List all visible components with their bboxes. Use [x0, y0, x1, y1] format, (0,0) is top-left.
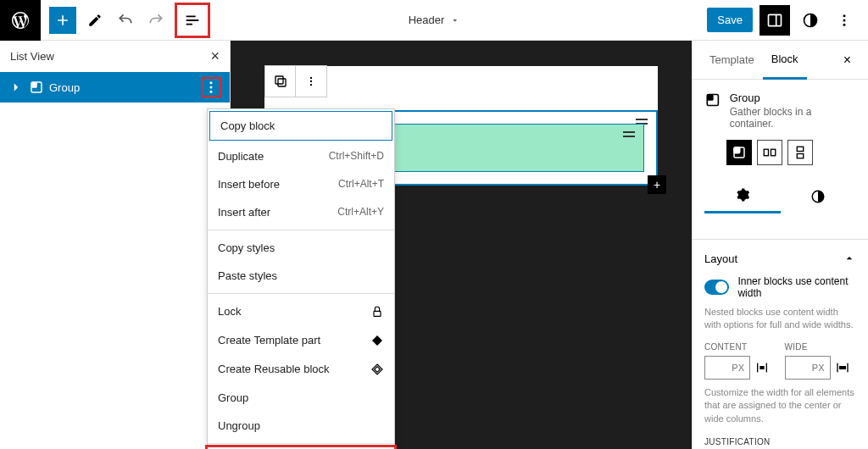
template-selector[interactable]: Header: [409, 14, 460, 26]
justification-label: JUSTIFICATION: [704, 437, 856, 446]
tab-block[interactable]: Block: [763, 41, 807, 80]
block-description: Gather blocks in a container.: [730, 106, 856, 130]
menu-copy-styles[interactable]: Copy styles: [208, 234, 394, 262]
svg-rect-28: [837, 363, 837, 372]
save-button[interactable]: Save: [707, 8, 753, 32]
add-block-button[interactable]: [49, 7, 76, 34]
list-view-button[interactable]: [175, 3, 210, 38]
block-title: Group: [730, 91, 856, 104]
menu-remove-group[interactable]: Remove Group Shift+Alt+Z: [205, 445, 397, 449]
styles-subtab[interactable]: [781, 179, 857, 213]
list-view-panel: List View × Group: [0, 41, 231, 449]
variant-stack[interactable]: [787, 140, 813, 165]
svg-rect-21: [771, 149, 776, 156]
svg-point-8: [210, 81, 213, 84]
more-options-button[interactable]: [831, 7, 858, 34]
svg-rect-19: [734, 147, 740, 153]
inspector-close-button[interactable]: ×: [835, 44, 860, 76]
tab-template[interactable]: Template: [701, 42, 763, 78]
block-context-menu: Copy block Duplicate Ctrl+Shift+D Insert…: [207, 108, 395, 449]
svg-rect-7: [31, 82, 37, 88]
edit-tool-button[interactable]: [81, 7, 108, 34]
svg-rect-17: [707, 94, 713, 100]
list-view-title: List View: [10, 50, 54, 63]
content-align-button[interactable]: [754, 359, 771, 376]
width-help-text: Customize the width for all elements tha…: [704, 386, 856, 425]
svg-rect-12: [278, 79, 286, 86]
svg-rect-11: [275, 76, 283, 84]
svg-rect-0: [769, 14, 782, 25]
reusable-block-icon: [370, 363, 384, 376]
layout-title: Layout: [704, 252, 737, 265]
block-type-button[interactable]: [265, 66, 296, 97]
add-inner-block-button[interactable]: +: [648, 175, 666, 194]
list-view-close-button[interactable]: ×: [210, 47, 220, 65]
styles-button[interactable]: [797, 7, 824, 34]
list-item-label: Group: [49, 81, 80, 94]
svg-point-5: [843, 23, 846, 25]
svg-point-3: [843, 14, 846, 17]
list-item-group[interactable]: Group: [0, 72, 230, 103]
svg-point-9: [210, 86, 213, 89]
chevron-right-icon: [8, 80, 24, 95]
settings-panel-button[interactable]: [760, 5, 790, 36]
chevron-down-icon: [449, 15, 459, 25]
variant-group[interactable]: [726, 140, 752, 165]
toggle-help-text: Nested blocks use content width with opt…: [704, 306, 856, 332]
group-block-icon: [29, 80, 44, 95]
template-title: Header: [409, 14, 445, 26]
content-width-toggle[interactable]: [704, 280, 729, 295]
drag-handle-icon[interactable]: [623, 131, 635, 137]
svg-rect-23: [797, 154, 804, 158]
variant-row[interactable]: [757, 140, 782, 165]
svg-point-10: [210, 91, 213, 93]
menu-insert-before[interactable]: Insert before Ctrl+Alt+T: [208, 170, 394, 198]
settings-subtab[interactable]: [704, 179, 781, 213]
menu-lock[interactable]: Lock: [208, 297, 394, 326]
toggle-label: Inner blocks use content width: [737, 275, 856, 299]
block-more-button[interactable]: [296, 66, 326, 97]
chevron-up-icon: [843, 252, 856, 265]
svg-point-14: [310, 80, 312, 82]
template-part-icon: [370, 334, 384, 347]
group-block-icon: [704, 91, 721, 108]
layout-section-toggle[interactable]: Layout: [704, 252, 856, 265]
svg-rect-37: [374, 311, 381, 316]
menu-duplicate[interactable]: Duplicate Ctrl+Shift+D: [208, 142, 394, 170]
undo-button[interactable]: [112, 7, 139, 34]
redo-button[interactable]: [142, 7, 170, 34]
svg-rect-27: [760, 366, 764, 369]
menu-insert-after[interactable]: Insert after Ctrl+Alt+Y: [208, 198, 394, 226]
lock-icon: [370, 305, 384, 319]
wide-align-button[interactable]: [834, 359, 851, 376]
menu-group[interactable]: Group: [208, 384, 394, 412]
menu-copy-block[interactable]: Copy block: [209, 111, 392, 141]
svg-rect-30: [839, 366, 846, 369]
inspector-panel: Template Block × Group Gather blocks in …: [692, 41, 868, 449]
svg-rect-25: [757, 363, 758, 372]
menu-paste-styles[interactable]: Paste styles: [208, 262, 394, 290]
block-toolbar: [264, 65, 327, 97]
menu-ungroup[interactable]: Ungroup: [208, 412, 394, 440]
svg-point-4: [843, 19, 846, 21]
menu-create-reusable-block[interactable]: Create Reusable block: [208, 355, 394, 384]
svg-rect-20: [764, 149, 768, 156]
wordpress-logo[interactable]: [0, 0, 41, 41]
list-item-options-button[interactable]: [201, 77, 221, 97]
content-width-label: CONTENT: [704, 342, 776, 352]
svg-rect-22: [797, 147, 804, 151]
menu-create-template-part[interactable]: Create Template part: [208, 326, 394, 355]
svg-point-15: [310, 84, 312, 86]
wide-width-label: WIDE: [785, 342, 857, 352]
content-width-input[interactable]: [704, 356, 750, 380]
svg-rect-26: [766, 363, 767, 372]
wide-width-input[interactable]: [785, 356, 831, 380]
svg-rect-29: [847, 363, 848, 372]
svg-point-13: [310, 77, 312, 79]
